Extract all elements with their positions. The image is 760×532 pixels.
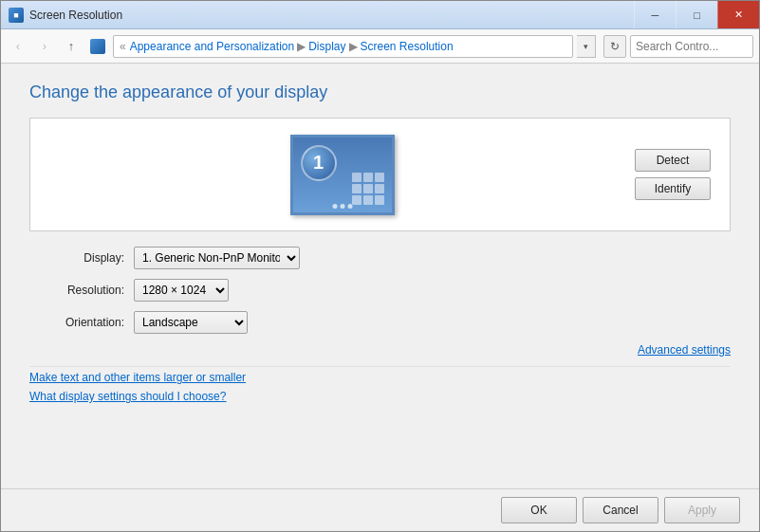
orientation-row: Orientation: Landscape Portrait Landscap… [29,311,731,334]
monitor-number-badge: 1 [301,145,337,181]
display-select[interactable]: 1. Generic Non-PnP Monitor [134,247,300,269]
bottom-action-bar: OK Cancel Apply [1,488,759,531]
monitor-graphic: 1 [290,135,395,215]
detect-button[interactable]: Detect [635,149,711,172]
search-box[interactable]: 🔍 [630,35,753,58]
breadcrumb-screen-resolution[interactable]: Screen Resolution [361,40,454,53]
close-button[interactable]: ✕ [717,1,759,28]
refresh-icon: ↻ [610,40,620,53]
window-title: Screen Resolution [29,9,122,22]
advanced-settings-link[interactable]: Advanced settings [638,343,731,357]
refresh-button[interactable]: ↻ [603,35,626,58]
ok-button[interactable]: OK [501,497,577,523]
apply-button[interactable]: Apply [664,497,740,523]
address-bar: ‹ › ↑ « Appearance and Personalization ▶… [1,29,759,64]
links-section: Make text and other items larger or smal… [29,366,731,403]
forward-icon: › [43,39,46,53]
orientation-label: Orientation: [29,316,124,329]
back-button[interactable]: ‹ [7,35,29,58]
resolution-row: Resolution: 1280 × 1024 1920 × 1080 1024… [29,279,731,302]
control-panel-icon [90,39,105,54]
page-title: Change the appearance of your display [29,83,731,102]
cancel-button[interactable]: Cancel [583,497,658,523]
address-dropdown[interactable]: ▾ [577,35,596,58]
identify-button[interactable]: Identify [635,177,711,200]
display-row: Display: 1. Generic Non-PnP Monitor [29,247,731,269]
settings-form: Display: 1. Generic Non-PnP Monitor Reso… [29,247,731,334]
window: ■ Screen Resolution ─ □ ✕ ‹ › ↑ « Appear… [0,0,760,532]
monitor-grid-icon [352,173,384,205]
monitor-container: 1 [49,135,635,215]
window-icon: ■ [9,8,24,23]
monitor-buttons: Detect Identify [635,149,711,200]
search-input[interactable] [631,40,753,53]
breadcrumb-display[interactable]: Display [308,40,345,53]
title-buttons: ─ □ ✕ [634,1,759,28]
up-button[interactable]: ↑ [60,35,83,58]
title-bar: ■ Screen Resolution ─ □ ✕ [1,1,759,29]
resolution-label: Resolution: [29,284,124,297]
forward-button[interactable]: › [33,35,56,58]
resolution-select[interactable]: 1280 × 1024 1920 × 1080 1024 × 768 800 ×… [134,279,229,302]
breadcrumb-appearance[interactable]: Appearance and Personalization [130,40,294,53]
title-bar-left: ■ Screen Resolution [9,8,122,23]
minimize-button[interactable]: ─ [634,1,676,28]
main-content: Change the appearance of your display 1 [1,64,759,488]
monitor-area: 1 Detect Identify [29,118,731,231]
text-size-link[interactable]: Make text and other items larger or smal… [29,371,731,384]
display-settings-link[interactable]: What display settings should I choose? [29,390,731,403]
display-label: Display: [29,251,124,265]
orientation-select[interactable]: Landscape Portrait Landscape (flipped) P… [134,311,248,334]
maximize-button[interactable]: □ [676,1,717,28]
back-icon: ‹ [16,39,20,53]
address-path[interactable]: « Appearance and Personalization ▶ Displ… [113,35,573,58]
up-icon: ↑ [68,39,75,53]
monitor-dots [332,204,352,209]
advanced-settings-container: Advanced settings [29,343,731,357]
